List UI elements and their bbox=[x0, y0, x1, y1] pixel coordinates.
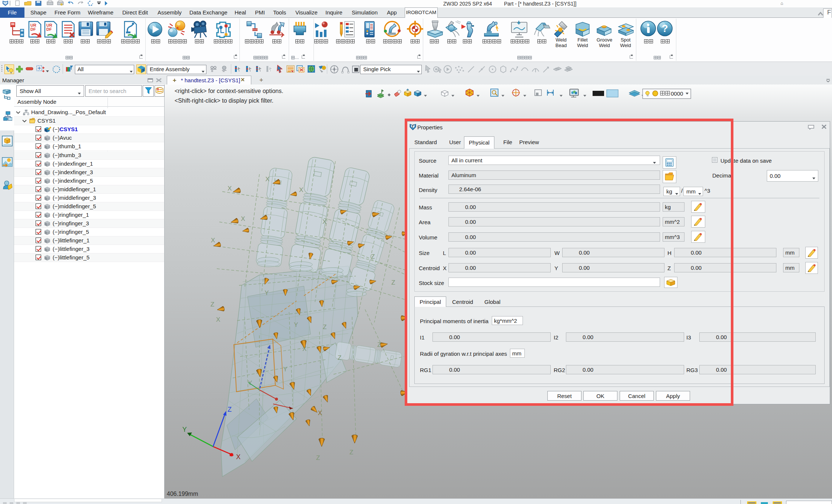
svg-text:Y: Y bbox=[182, 426, 187, 433]
svg-text:X: X bbox=[228, 185, 232, 192]
svg-text:Z: Z bbox=[377, 341, 381, 348]
svg-text:Y: Y bbox=[283, 366, 287, 373]
svg-text:Y: Y bbox=[294, 321, 298, 328]
svg-text:X: X bbox=[302, 345, 306, 352]
svg-text:X: X bbox=[216, 316, 220, 323]
svg-text:X: X bbox=[322, 218, 326, 225]
svg-text:Z: Z bbox=[228, 406, 232, 413]
svg-text:?: ? bbox=[662, 23, 668, 34]
svg-text:X: X bbox=[265, 176, 269, 183]
svg-text:Z: Z bbox=[349, 449, 353, 456]
svg-text:DF: DF bbox=[30, 27, 36, 32]
svg-text:Z: Z bbox=[211, 301, 214, 308]
svg-text:DF: DF bbox=[46, 27, 52, 32]
svg-text:X: X bbox=[241, 215, 245, 222]
svg-text:Z: Z bbox=[323, 324, 326, 331]
svg-text:0000: 0000 bbox=[671, 90, 683, 97]
svg-text:Z: Z bbox=[391, 279, 395, 286]
svg-text:Y: Y bbox=[265, 289, 269, 296]
svg-text:X: X bbox=[299, 186, 303, 193]
svg-text:Z: Z bbox=[338, 354, 341, 361]
svg-text:Z: Z bbox=[316, 454, 320, 461]
svg-text:X: X bbox=[236, 453, 241, 461]
svg-text:Z: Z bbox=[371, 253, 375, 260]
svg-text:X: X bbox=[318, 410, 322, 416]
svg-text:X: X bbox=[211, 237, 215, 244]
